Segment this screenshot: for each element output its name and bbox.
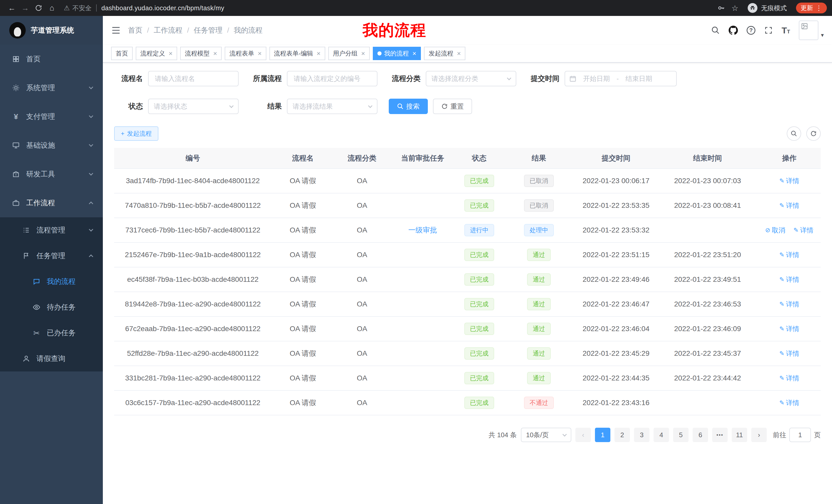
result-select[interactable]: 请选择流结果 [287,99,378,114]
sidebar-item-system[interactable]: 系统管理 [0,74,103,102]
close-icon[interactable]: × [412,50,416,57]
close-icon[interactable]: × [258,50,261,57]
start-process-button[interactable]: + 发起流程 [114,127,158,141]
home-icon[interactable]: ⌂ [45,4,59,12]
briefcase-icon [10,199,22,207]
sidebar-item-task-mgmt[interactable]: 任务管理 [0,243,103,269]
close-icon[interactable]: × [361,50,365,57]
close-icon[interactable]: × [213,50,217,57]
sidebar-item-infra[interactable]: 基础设施 [0,131,103,160]
detail-link[interactable]: ✎详情 [779,374,799,383]
sidebar-item-workflow[interactable]: 工作流程 [0,189,103,217]
more-pages-button[interactable]: ••• [712,428,728,442]
detail-link[interactable]: ✎详情 [779,398,799,408]
sidebar-item-payment[interactable]: ¥ 支付管理 [0,102,103,131]
sidebar-item-home[interactable]: 首页 [0,45,103,74]
status-badge: 已完成 [464,249,494,261]
sidebar-item-process-mgmt[interactable]: 流程管理 [0,217,103,243]
chevron-down-icon [89,85,93,89]
category-label: 流程分类 [389,74,421,83]
warning-icon: ⚠ [64,4,70,12]
detail-link[interactable]: ✎详情 [779,250,799,259]
chat-bubble-icon [31,278,42,285]
reload-icon[interactable] [32,4,45,12]
detail-link[interactable]: ✎详情 [779,176,799,186]
detail-link[interactable]: ✎详情 [779,349,799,358]
status-badge: 已完成 [464,298,494,310]
breadcrumb-home[interactable]: 首页 [128,25,142,35]
sidebar-item-devtools[interactable]: 研发工具 [0,160,103,189]
col-category: 流程分类 [334,148,390,169]
breadcrumb-workflow[interactable]: 工作流程 [142,25,183,35]
page-button-1[interactable]: 1 [595,428,610,442]
app-logo [9,22,26,38]
process-def-input[interactable] [287,71,378,86]
refresh-table-button[interactable] [806,127,821,141]
sidebar-toggle-icon[interactable] [111,25,121,35]
breadcrumb-task-mgmt[interactable]: 任务管理 [183,25,223,35]
category-select[interactable]: 请选择流程分类 [426,71,516,86]
address-bar[interactable]: ⚠ 不安全 dashboard.yudao.iocoder.cn/bpm/tas… [64,4,712,12]
tab-process-definition[interactable]: 流程定义× [136,47,177,60]
status-select[interactable]: 请选择状态 [148,99,239,114]
tab-my-process[interactable]: 我的流程× [373,47,421,60]
font-size-icon[interactable]: TT [782,26,790,35]
table-row: 67c2eaab-7b9a-11ec-a290-acde48001122 OA … [114,316,821,341]
detail-link[interactable]: ✎详情 [779,300,799,309]
start-date-input[interactable] [577,74,616,83]
page-button-3[interactable]: 3 [634,428,649,442]
toggle-search-button[interactable] [787,127,801,141]
tab-process-form-edit[interactable]: 流程表单-编辑× [269,47,325,60]
close-icon[interactable]: × [457,50,461,57]
page-size-select[interactable]: 10条/页 [521,428,571,442]
user-menu[interactable]: ▾ [799,21,824,40]
tab-process-model[interactable]: 流程模型× [180,47,222,60]
page-button-5[interactable]: 5 [673,428,688,442]
tab-user-group[interactable]: 用户分组× [328,47,370,60]
chevron-down-icon [507,76,511,80]
search-icon[interactable] [711,26,720,35]
key-icon[interactable] [717,4,725,12]
cancel-link[interactable]: ⊘取消 [765,226,785,235]
browser-menu-icon[interactable]: ⋮ [815,4,822,12]
detail-link[interactable]: ✎详情 [779,275,799,284]
detail-link[interactable]: ✎详情 [794,226,813,235]
table-row: 7470a810-7b9b-11ec-b5b7-acde48001122 OA … [114,193,821,218]
next-page-button[interactable]: › [751,428,767,442]
search-button[interactable]: 搜索 [389,99,428,114]
forward-icon[interactable]: → [19,4,32,12]
close-icon[interactable]: × [317,50,321,57]
tab-home[interactable]: 首页 [111,47,133,60]
browser-update-button[interactable]: 更新 ⋮ [796,3,827,13]
detail-link[interactable]: ✎详情 [779,201,799,210]
cancel-icon: ⊘ [765,227,770,234]
sidebar-item-done-tasks[interactable]: ✂ 已办任务 [0,320,103,346]
page-button-2[interactable]: 2 [615,428,630,442]
detail-link[interactable]: ✎详情 [779,325,799,333]
current-task-link[interactable]: 一级审批 [408,225,437,235]
sidebar-item-my-process[interactable]: 我的流程 [0,269,103,295]
prev-page-button[interactable]: ‹ [575,428,591,442]
fullscreen-icon[interactable] [764,26,773,35]
profile-label: 无痕模式 [761,4,787,12]
tab-start-process[interactable]: 发起流程× [424,47,465,60]
jump-input[interactable] [789,428,811,442]
reset-button[interactable]: 重置 [433,99,472,114]
end-date-input[interactable] [620,74,658,83]
tab-process-form[interactable]: 流程表单× [225,47,266,60]
sidebar-item-todo-tasks[interactable]: 待办任务 [0,295,103,320]
page-button-11[interactable]: 11 [732,428,747,442]
name-input[interactable] [148,71,239,86]
result-badge: 处理中 [524,224,554,236]
incognito-profile-chip[interactable]: 无痕模式 [745,2,790,14]
github-icon[interactable] [729,26,738,35]
back-icon[interactable]: ← [5,4,19,12]
help-icon[interactable]: ? [747,26,755,35]
date-range-picker[interactable]: - [565,71,677,86]
bookmark-star-icon[interactable]: ☆ [731,4,738,12]
page-content: 流程名 所属流程 流程分类 请选择流程分类 [103,63,832,504]
sidebar-item-leave-query[interactable]: 请假查询 [0,346,103,371]
page-button-4[interactable]: 4 [654,428,669,442]
page-button-6[interactable]: 6 [693,428,708,442]
close-icon[interactable]: × [169,50,173,57]
